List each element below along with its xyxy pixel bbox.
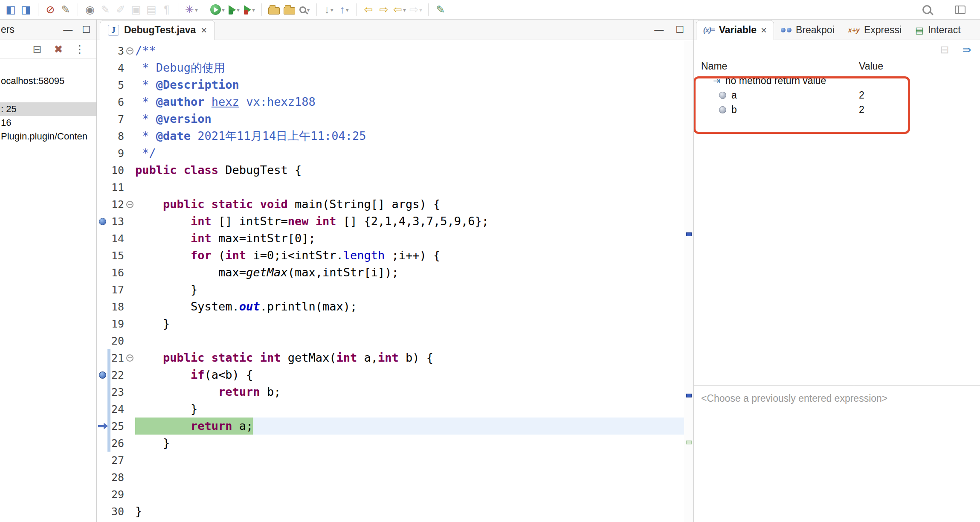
code-text[interactable]: * Debug的使用 [135,59,693,76]
edit-breakpoints-icon[interactable]: ✎ [58,2,73,18]
column-divider[interactable] [854,59,854,386]
dropdown-arrow-icon[interactable]: ▾ [252,6,255,13]
close-icon[interactable]: × [201,24,207,36]
gutter-marker-area[interactable] [97,213,107,230]
tab-expressi[interactable]: x+yExpressi [841,20,908,40]
dropdown-arrow-icon[interactable]: ▾ [403,6,406,13]
code-line[interactable]: 24 } [97,400,693,418]
code-text[interactable]: max=getMax(max,intStr[i]); [135,264,693,281]
fold-collapse-icon[interactable] [126,47,133,55]
skip-all-breakpoints-icon[interactable]: ⊘ [43,2,58,18]
open-perspective-shortcut-icon[interactable]: ◨ [19,2,33,18]
code-text[interactable]: } [135,281,693,298]
code-text[interactable]: */ [135,145,693,162]
fold-collapse-icon[interactable] [126,354,133,362]
code-text[interactable]: if(a<b) { [135,366,693,383]
code-text[interactable]: /** [135,42,693,59]
code-text[interactable]: * @version [135,110,693,128]
code-text[interactable]: public class DebugTest { [135,162,693,179]
code-text[interactable]: * @date 2021年11月14日上午11:04:25 [135,128,693,145]
last-edit-location-icon[interactable]: ✎ [433,2,448,18]
code-text[interactable]: for (int i=0;i<intStr.length ;i++) { [135,247,693,264]
left-panel-tab-label[interactable]: ers [0,24,14,35]
code-text[interactable]: return b; [135,383,693,400]
gutter-marker-area[interactable] [97,332,107,349]
dropdown-arrow-icon[interactable]: ▾ [222,6,225,13]
run-icon[interactable]: ▾ [227,2,241,18]
code-text[interactable] [135,179,693,196]
code-text[interactable] [135,332,693,349]
breakpoint-icon[interactable] [99,371,106,379]
gutter-marker-area[interactable] [97,435,107,452]
code-line[interactable]: 28 [97,469,693,486]
gutter-marker-area[interactable] [97,503,107,520]
tree-item[interactable]: Plugin.plugin/Conten [0,130,96,143]
code-line[interactable]: 18 System.out.println(max); [97,298,693,315]
search-icon[interactable]: ▾ [297,2,312,18]
gutter-marker-area[interactable] [97,281,107,298]
gutter-marker-area[interactable] [97,42,107,59]
code-line[interactable]: 20 [97,332,693,349]
gutter-marker-area[interactable] [97,418,107,435]
next-annotation-icon[interactable]: ↓▾ [322,2,336,18]
detail-pane[interactable]: <Choose a previously entered expression> [694,386,980,522]
code-line[interactable]: 4 * Debug的使用 [97,59,693,76]
show-logical-structures-icon[interactable]: ⇛ [960,41,974,58]
code-line[interactable]: 6 * @author hexz vx:hexz188 [97,93,693,110]
maximize-icon[interactable]: ☐ [82,24,90,35]
gutter-marker-area[interactable] [97,315,107,332]
table-row[interactable]: b2 [694,102,980,117]
breakpoint-icon[interactable] [99,218,106,225]
code-text[interactable]: * @Description [135,76,693,93]
gutter-marker-area[interactable] [97,59,107,76]
code-line[interactable]: 8 * @date 2021年11月14日上午11:04:25 [97,128,693,145]
code-line[interactable]: 27 [97,452,693,469]
code-text[interactable] [135,469,693,486]
dropdown-arrow-icon[interactable]: ▾ [346,6,349,13]
tree-item[interactable]: ocalhost:58095 [0,74,96,88]
code-line[interactable]: 16 max=getMax(max,intStr[i]); [97,264,693,281]
quick-search-icon[interactable] [919,2,934,18]
view-menu-icon[interactable]: ⋮ [72,41,87,58]
code-line[interactable]: 22 if(a<b) { [97,366,693,383]
coverage-icon[interactable]: ▾ [242,2,257,18]
tab-breakpoi[interactable]: Breakpoi [774,20,841,40]
gutter-marker-area[interactable] [97,400,107,418]
code-text[interactable] [135,486,693,503]
gutter-marker-area[interactable] [97,383,107,400]
tree-item[interactable]: 16 [0,116,96,130]
gutter-marker-area[interactable] [97,264,107,281]
dropdown-arrow-icon[interactable]: ▾ [237,6,240,13]
code-text[interactable]: } [135,315,693,332]
new-wizard-icon[interactable]: ✳▾ [184,2,199,18]
code-text[interactable]: public static void main(String[] args) { [135,196,693,213]
close-icon[interactable]: × [761,24,767,36]
gutter-marker-area[interactable] [97,366,107,383]
minimize-icon[interactable]: — [63,24,72,35]
gutter-marker-area[interactable] [97,298,107,315]
gutter-marker-area[interactable] [97,145,107,162]
code-line[interactable]: 3/** [97,42,693,59]
code-line[interactable]: 14 int max=intStr[0]; [97,230,693,247]
gutter-marker-area[interactable] [97,452,107,469]
code-line[interactable]: 23 return b; [97,383,693,400]
code-line[interactable]: 10public class DebugTest { [97,162,693,179]
code-line[interactable]: 17 } [97,281,693,298]
tree-item[interactable]: : 25 [0,102,96,116]
minimize-icon[interactable]: — [654,24,664,35]
tab-interact[interactable]: ▤Interact [908,20,968,40]
gutter-marker-area[interactable] [97,162,107,179]
code-line[interactable]: 29 [97,486,693,503]
forward-icon[interactable]: ⇨ [377,2,391,18]
table-row[interactable]: a2 [694,88,980,102]
code-text[interactable]: return a; [135,418,693,435]
column-header-name[interactable]: Name [694,61,854,72]
open-file-icon[interactable] [267,2,281,18]
code-line[interactable]: 7 * @version [97,110,693,128]
code-line[interactable]: 12 public static void main(String[] args… [97,196,693,213]
code-text[interactable]: * @author hexz vx:hexz188 [135,93,693,110]
code-text[interactable]: } [135,503,693,520]
back-history-icon[interactable]: ⇦▾ [392,2,407,18]
gutter-marker-area[interactable] [97,128,107,145]
maximize-icon[interactable]: ☐ [676,24,684,35]
